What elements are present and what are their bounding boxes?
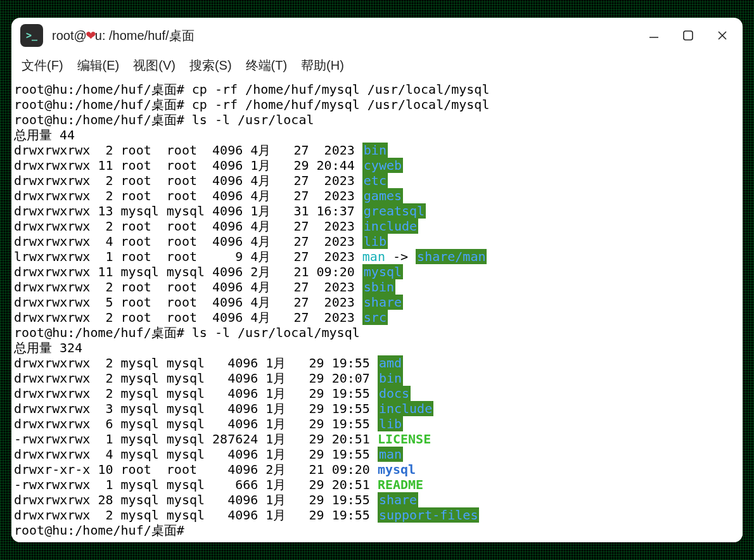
menu-view[interactable]: 视图(V) [128, 56, 181, 75]
terminal-window: >_ root@❤u: /home/huf/桌面 文件(F) 编辑(E) 视图(… [11, 18, 743, 542]
window-title: root@❤u: /home/huf/桌面 [52, 27, 636, 44]
svg-rect-1 [684, 31, 693, 40]
terminal-app-icon: >_ [20, 24, 43, 47]
titlebar: >_ root@❤u: /home/huf/桌面 [11, 18, 743, 53]
window-controls [645, 27, 731, 44]
menu-file[interactable]: 文件(F) [16, 56, 68, 75]
menu-edit[interactable]: 编辑(E) [72, 56, 125, 75]
maximize-button[interactable] [679, 27, 697, 44]
title-prefix: root@ [52, 29, 87, 43]
menu-terminal[interactable]: 终端(T) [241, 56, 293, 75]
menu-search[interactable]: 搜索(S) [184, 56, 237, 75]
menu-help[interactable]: 帮助(H) [296, 56, 349, 75]
title-path: : /home/huf/桌面 [102, 27, 195, 44]
minimize-button[interactable] [645, 27, 663, 44]
menubar: 文件(F) 编辑(E) 视图(V) 搜索(S) 终端(T) 帮助(H) [11, 53, 743, 82]
terminal-output[interactable]: root@hu:/home/huf/桌面# cp -rf /home/huf/m… [11, 82, 743, 542]
title-host-suffix: u [95, 29, 102, 43]
close-button[interactable] [713, 27, 731, 44]
